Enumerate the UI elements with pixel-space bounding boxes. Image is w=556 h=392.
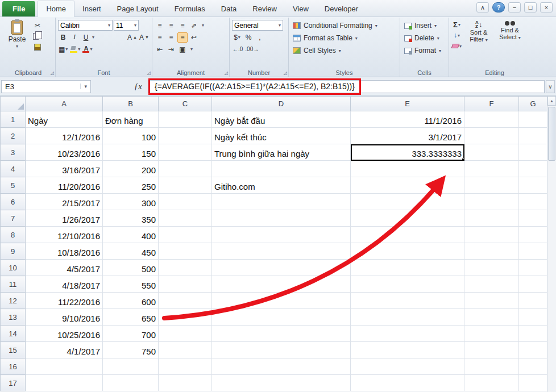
format-as-table-button[interactable]: Format as Table ▾ [291, 32, 397, 44]
cell-C7[interactable] [159, 210, 212, 227]
formula-input[interactable]: {=AVERAGE(IF((A2:A15>=E1)*(A2:A15<=E2), … [148, 80, 545, 93]
cell-F2[interactable] [464, 128, 519, 144]
number-format-arrow[interactable]: ▾ [279, 23, 281, 28]
cell-A16[interactable] [26, 358, 103, 375]
cell-F14[interactable] [464, 326, 519, 342]
percent-style-button[interactable]: % [243, 32, 254, 43]
tab-data[interactable]: Data [213, 1, 244, 16]
cell-F3[interactable] [464, 144, 519, 161]
cell-G7[interactable] [519, 210, 547, 227]
cell-A17[interactable] [26, 375, 103, 391]
cell-A5[interactable]: 11/20/2016 [26, 177, 103, 194]
col-header-D[interactable]: D [212, 97, 351, 111]
borders-button[interactable]: ▦▾ [58, 44, 68, 55]
merge-center-arrow-button[interactable]: ▾ [189, 44, 194, 55]
row-header-15[interactable]: 15 [1, 342, 26, 358]
cell-C15[interactable] [159, 342, 212, 358]
cell-E2[interactable]: 3/1/2017 [351, 128, 464, 144]
cell-G14[interactable] [519, 326, 547, 342]
tab-home[interactable]: Home [38, 1, 74, 17]
wrap-text-button[interactable]: ↩ [189, 32, 199, 43]
cell-C3[interactable] [159, 144, 212, 161]
align-left-button[interactable]: ≡ [155, 32, 165, 43]
cell-A4[interactable]: 3/16/2017 [26, 161, 103, 177]
cell-C8[interactable] [159, 227, 212, 243]
select-all-corner[interactable] [1, 97, 26, 111]
cell-E17[interactable] [351, 375, 464, 391]
shrink-font-button[interactable]: A▼ [139, 32, 150, 43]
cell-E15[interactable] [351, 342, 464, 358]
orientation-arrow-button[interactable]: ▾ [200, 20, 206, 31]
cell-D13[interactable] [212, 309, 351, 326]
cell-D1[interactable]: Ngày bắt đầu [212, 111, 351, 128]
cell-F15[interactable] [464, 342, 519, 358]
cell-G15[interactable] [519, 342, 547, 358]
tab-developer[interactable]: Developer [317, 1, 366, 16]
col-header-B[interactable]: B [103, 97, 159, 111]
cell-D8[interactable] [212, 227, 351, 243]
fill-button[interactable]: ↓▾ [451, 30, 462, 40]
cell-E1[interactable]: 11/1/2016 [351, 111, 464, 128]
font-name-arrow[interactable]: ▾ [108, 23, 110, 28]
window-close-icon[interactable]: × [540, 2, 553, 12]
ribbon-collapse-icon[interactable]: ∧ [476, 2, 489, 12]
cell-E8[interactable] [351, 227, 464, 243]
tab-view[interactable]: View [285, 1, 317, 16]
cell-C17[interactable] [159, 375, 212, 391]
comma-style-button[interactable]: , [255, 32, 265, 43]
cell-F12[interactable] [464, 293, 519, 309]
align-center-button[interactable]: ≡ [166, 32, 176, 43]
number-format-select[interactable]: General ▾ [232, 20, 283, 31]
cell-E16[interactable] [351, 358, 464, 375]
cell-G12[interactable] [519, 293, 547, 309]
cell-B14[interactable]: 700 [103, 326, 159, 342]
font-color-button[interactable]: A▾ [82, 44, 93, 55]
cell-A8[interactable]: 12/10/2016 [26, 227, 103, 243]
cell-A13[interactable]: 9/10/2016 [26, 309, 103, 326]
row-header-10[interactable]: 10 [1, 260, 26, 276]
cell-B15[interactable]: 750 [103, 342, 159, 358]
row-header-11[interactable]: 11 [1, 276, 26, 293]
insert-cells-button[interactable]: Insert ▾ [403, 19, 446, 32]
cell-B13[interactable]: 650 [103, 309, 159, 326]
row-header-6[interactable]: 6 [1, 194, 26, 210]
delete-cells-button[interactable]: Delete ▾ [403, 32, 446, 44]
cell-A3[interactable]: 10/23/2016 [26, 144, 103, 161]
cell-G10[interactable] [519, 260, 547, 276]
scrollbar-thumb[interactable] [548, 107, 555, 161]
cell-C16[interactable] [159, 358, 212, 375]
help-icon[interactable]: ? [492, 2, 505, 12]
cell-E14[interactable] [351, 326, 464, 342]
tab-formulas[interactable]: Formulas [167, 1, 213, 16]
row-header-12[interactable]: 12 [1, 293, 26, 309]
cell-B4[interactable]: 200 [103, 161, 159, 177]
cell-G2[interactable] [519, 128, 547, 144]
increase-decimal-button[interactable]: ←.0 [232, 44, 243, 55]
clear-button[interactable]: ▾ [451, 41, 462, 51]
decrease-decimal-button[interactable]: .00→ [244, 44, 259, 55]
cell-A10[interactable]: 4/5/2017 [26, 260, 103, 276]
cell-A9[interactable]: 10/18/2016 [26, 243, 103, 260]
cell-A14[interactable]: 10/25/2016 [26, 326, 103, 342]
align-top-button[interactable]: ≡ [155, 20, 165, 31]
col-header-G[interactable]: G [519, 97, 547, 111]
cell-B5[interactable]: 250 [103, 177, 159, 194]
cell-A2[interactable]: 12/1/2016 [26, 128, 103, 144]
cell-D2[interactable]: Ngày kết thúc [212, 128, 351, 144]
cell-E11[interactable] [351, 276, 464, 293]
paste-button[interactable]: Paste ▾ [3, 19, 31, 52]
vertical-scrollbar[interactable]: ▲ [547, 96, 556, 392]
number-dialog-launcher[interactable]: ◿ [284, 70, 287, 76]
accounting-format-button[interactable]: $▾ [232, 32, 242, 43]
cell-G17[interactable] [519, 375, 547, 391]
row-header-5[interactable]: 5 [1, 177, 26, 194]
window-minimize-icon[interactable]: − [508, 2, 521, 12]
cell-E4[interactable] [351, 161, 464, 177]
name-box-dropdown-arrow[interactable]: ▾ [80, 84, 87, 89]
cell-D12[interactable] [212, 293, 351, 309]
cell-F7[interactable] [464, 210, 519, 227]
cell-A15[interactable]: 4/1/2017 [26, 342, 103, 358]
font-name-select[interactable]: Calibri ▾ [58, 20, 113, 31]
cell-B1[interactable]: Đơn hàng [103, 111, 159, 128]
cell-C9[interactable] [159, 243, 212, 260]
